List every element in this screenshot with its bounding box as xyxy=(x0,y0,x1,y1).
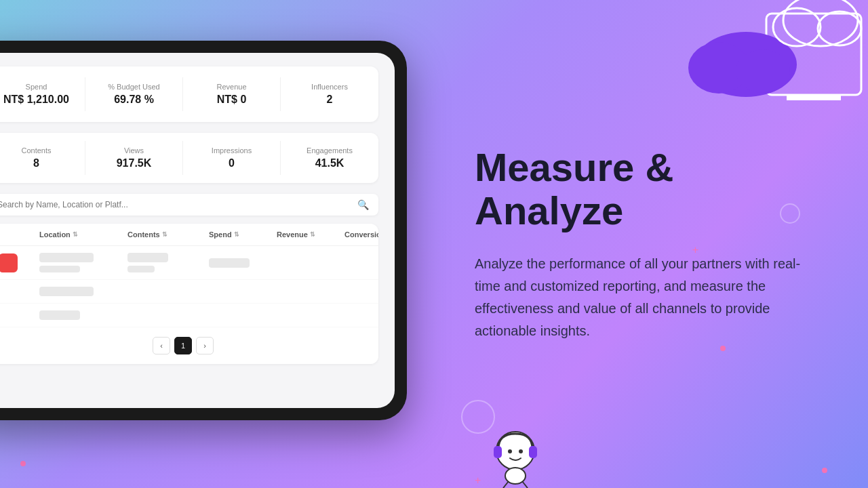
pagination-next[interactable]: › xyxy=(196,337,214,354)
stat-views-value: 917.5K xyxy=(94,157,174,169)
search-input[interactable] xyxy=(0,200,352,209)
row-location-2 xyxy=(39,287,127,296)
stat-revenue-label: Revenue xyxy=(191,83,272,91)
row-spend-1 xyxy=(209,258,277,268)
pagination-prev[interactable]: ‹ xyxy=(153,337,170,354)
table-row xyxy=(0,280,378,304)
main-title: Measure & Analyze xyxy=(475,146,814,232)
svg-line-15 xyxy=(522,481,528,488)
stat-revenue-value: NT$ 0 xyxy=(191,94,272,106)
stat-contents-value: 8 xyxy=(0,157,77,169)
stat-contents: Contents 8 xyxy=(0,141,85,175)
row-contents-1 xyxy=(127,253,209,272)
svg-line-14 xyxy=(503,481,509,488)
search-bar[interactable]: 🔍 xyxy=(0,194,378,216)
svg-point-11 xyxy=(508,449,512,453)
stat-engagements-label: Engagements xyxy=(289,146,370,155)
stat-spend-value: NT$ 1,210.00 xyxy=(0,94,77,106)
stat-revenue: Revenue NT$ 0 xyxy=(183,77,281,111)
svg-point-12 xyxy=(519,449,523,453)
sort-icon-location: ⇅ xyxy=(73,231,78,238)
search-icon: 🔍 xyxy=(357,199,369,210)
stat-contents-label: Contents xyxy=(0,146,77,155)
table-row xyxy=(0,304,378,327)
stat-engagements-value: 41.5K xyxy=(289,157,370,169)
stat-spend-label: Spend xyxy=(0,83,77,91)
tablet-frame: Spend NT$ 1,210.00 % Budget Used 69.78 %… xyxy=(0,41,407,420)
stat-views: Views 917.5K xyxy=(85,141,183,175)
stat-budget-value: 69.78 % xyxy=(94,94,174,106)
pagination-page-1[interactable]: 1 xyxy=(174,337,192,354)
stat-influencers: Influencers 2 xyxy=(281,77,378,111)
pagination: ‹ 1 › xyxy=(0,327,378,364)
stat-budget: % Budget Used 69.78 % xyxy=(85,77,183,111)
stat-influencers-value: 2 xyxy=(289,94,370,106)
main-description: Analyze the performance of all your part… xyxy=(475,253,814,342)
sort-icon-contents: ⇅ xyxy=(162,231,167,238)
tablet-screen: Spend NT$ 1,210.00 % Budget Used 69.78 %… xyxy=(0,53,395,408)
stats-row-1: Spend NT$ 1,210.00 % Budget Used 69.78 %… xyxy=(0,66,378,122)
tablet-container: Spend NT$ 1,210.00 % Budget Used 69.78 %… xyxy=(0,41,420,447)
decorative-dot-2 xyxy=(20,461,26,466)
row-indicator-1 xyxy=(0,253,39,272)
th-revenue[interactable]: Revenue ⇅ xyxy=(277,230,344,239)
row-location-1 xyxy=(39,253,127,272)
right-panel: Measure & Analyze Analyze the performanc… xyxy=(434,0,868,488)
th-contents[interactable]: Contents ⇅ xyxy=(127,230,209,239)
table-header: Location ⇅ Contents ⇅ Spend ⇅ Revenue xyxy=(0,224,378,246)
stats-row-2: Contents 8 Views 917.5K Impressions 0 En… xyxy=(0,133,378,183)
stat-views-label: Views xyxy=(94,146,174,155)
th-spend[interactable]: Spend ⇅ xyxy=(209,230,277,239)
svg-rect-9 xyxy=(494,446,502,458)
stat-spend: Spend NT$ 1,210.00 xyxy=(0,77,85,111)
table-row xyxy=(0,246,378,280)
row-location-3 xyxy=(39,310,127,320)
character-illustration xyxy=(475,420,556,488)
sort-icon-revenue: ⇅ xyxy=(310,231,315,238)
stat-impressions-label: Impressions xyxy=(191,146,272,155)
stat-impressions: Impressions 0 xyxy=(183,141,281,175)
sort-icon-spend: ⇅ xyxy=(234,231,239,238)
svg-rect-10 xyxy=(529,446,537,458)
data-table: Location ⇅ Contents ⇅ Spend ⇅ Revenue xyxy=(0,224,378,364)
dashboard: Spend NT$ 1,210.00 % Budget Used 69.78 %… xyxy=(0,53,395,408)
stat-impressions-value: 0 xyxy=(191,157,272,169)
th-location[interactable]: Location ⇅ xyxy=(39,230,127,239)
stat-engagements: Engagements 41.5K xyxy=(281,141,378,175)
th-conversion[interactable]: Conversion ⇅ xyxy=(344,230,378,239)
th-name xyxy=(0,230,39,239)
stat-budget-label: % Budget Used xyxy=(94,83,174,91)
stat-influencers-label: Influencers xyxy=(289,83,370,91)
